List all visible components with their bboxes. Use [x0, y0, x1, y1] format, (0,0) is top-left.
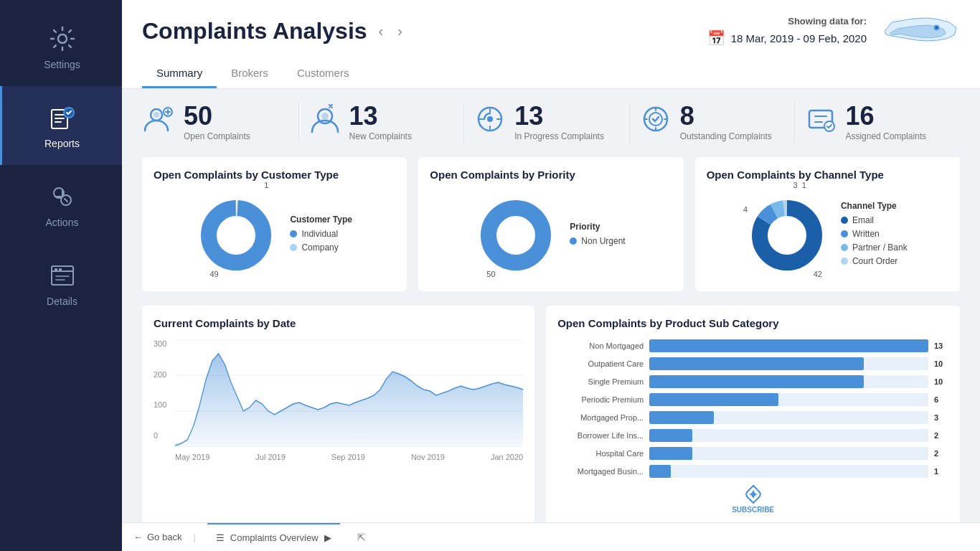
stat-outstanding-label: Outstanding Complaints — [680, 131, 772, 141]
outstanding-icon — [639, 102, 673, 143]
expand-icon[interactable]: ⇱ — [357, 532, 366, 543]
tab-customers[interactable]: Customers — [283, 60, 364, 88]
bar-row: Single Premium 10 — [557, 375, 948, 388]
bar-label: Outpatient Care — [557, 359, 644, 368]
charts-top-row: Open Complaints by Customer Type 1 49 — [142, 157, 960, 291]
subscribe-label: SUBSCRIBE — [732, 506, 774, 514]
next-button[interactable]: › — [395, 20, 405, 42]
chart-customer-type-title: Open Complaints by Customer Type — [154, 169, 395, 181]
donut-priority-container: 50 Priority Non Urgent — [430, 191, 672, 280]
subscribe-icon — [742, 483, 765, 506]
tab-summary[interactable]: Summary — [142, 60, 217, 88]
stat-assigned-number: 16 — [845, 103, 926, 129]
main-panel: Complaints Analysis ‹ › Showing data for… — [122, 0, 980, 551]
chart-channel-type-title: Open Complaints by Channel Type — [707, 169, 948, 181]
bar-fill — [649, 375, 864, 388]
bar-value: 2 — [934, 431, 948, 440]
subscribe-badge[interactable]: SUBSCRIBE — [557, 483, 948, 514]
chart-by-date: Current Complaints by Date 300 200 100 0 — [142, 306, 534, 522]
stat-assigned: 16 Assigned Complaints — [795, 102, 960, 143]
x-label-may: May 2019 — [175, 453, 209, 461]
chart-priority-title: Open Complaints by Priority — [430, 169, 672, 181]
svg-rect-6 — [55, 268, 57, 271]
chart-channel-type: Open Complaints by Channel Type 3 1 4 — [695, 157, 960, 291]
area-chart-container: 300 200 100 0 — [154, 339, 523, 461]
legend-label-court: Court Order — [852, 256, 897, 266]
svg-point-14 — [321, 113, 329, 120]
legend-dot-court — [841, 258, 848, 265]
annotation-1: 1 — [264, 181, 268, 189]
bar-row: Borrower Life Ins... 2 — [557, 429, 948, 442]
legend-dot-partner — [841, 244, 848, 251]
sidebar-settings-label: Settings — [44, 59, 80, 70]
legend-dot-individual — [290, 230, 297, 237]
prev-button[interactable]: ‹ — [376, 20, 387, 42]
stat-open-text: 50 Open Complaints — [184, 103, 250, 141]
bar-label: Non Mortgaged — [557, 342, 644, 350]
tab-brokers[interactable]: Brokers — [217, 60, 283, 88]
bar-track — [649, 465, 928, 478]
donut-priority-wrap: 50 — [476, 191, 555, 280]
sidebar-item-settings[interactable]: Settings — [0, 7, 122, 86]
x-label-sep: Sep 2019 — [331, 453, 365, 461]
us-map-icon — [881, 11, 960, 51]
stat-open: 50 Open Complaints — [142, 102, 299, 143]
legend-individual: Individual — [290, 229, 352, 239]
tabs: Summary Brokers Customers — [142, 60, 960, 88]
annotation-49: 49 — [209, 270, 218, 278]
legend-priority-title: Priority — [570, 222, 625, 232]
svg-point-0 — [58, 34, 67, 43]
open-complaints-icon — [142, 102, 176, 143]
sidebar-actions-label: Actions — [46, 217, 79, 228]
date-info: Showing data for: 📅 18 Mar, 2019 - 09 Fe… — [707, 16, 867, 47]
bar-fill — [649, 357, 864, 370]
bar-fill — [649, 447, 692, 460]
showing-label: Showing data for: — [707, 16, 867, 27]
legend-nonurgent: Non Urgent — [570, 236, 625, 246]
header-right: Showing data for: 📅 18 Mar, 2019 - 09 Fe… — [707, 11, 960, 51]
stat-inprogress-label: In Progress Complaints — [514, 131, 604, 141]
go-back-button[interactable]: ← Go back — [133, 532, 182, 542]
x-label-jul: Jul 2019 — [255, 453, 286, 461]
svg-point-30 — [770, 218, 804, 253]
bar-row: Hospital Care 2 — [557, 447, 948, 460]
donut-customer-type-svg — [197, 191, 275, 277]
bar-value: 3 — [934, 413, 948, 422]
stats-row: 50 Open Complaints 13 New Complaints — [142, 102, 960, 143]
legend-label-individual: Individual — [301, 229, 338, 239]
page-title: Complaints Analysis — [142, 18, 367, 44]
stat-open-number: 50 — [184, 103, 250, 129]
bar-label: Mortgaged Prop... — [557, 413, 644, 422]
legend-dot-written — [841, 230, 848, 237]
bar-value: 1 — [934, 467, 948, 476]
bar-label: Periodic Premium — [557, 395, 644, 404]
content-area: 50 Open Complaints 13 New Complaints — [122, 89, 980, 522]
sidebar-item-details[interactable]: Details — [0, 244, 122, 323]
stat-new-number: 13 — [349, 103, 412, 129]
legend-priority: Priority Non Urgent — [570, 222, 625, 250]
svg-point-23 — [219, 218, 253, 253]
svg-point-16 — [487, 116, 493, 122]
legend-channel: Channel Type Email Written Partner / Ban… — [841, 201, 908, 270]
donut-priority-svg — [476, 191, 555, 277]
header: Complaints Analysis ‹ › Showing data for… — [122, 0, 980, 89]
chart-product-sub: Open Complaints by Product Sub Category … — [546, 306, 960, 522]
y-label-300: 300 — [154, 339, 166, 348]
bar-track — [649, 411, 928, 424]
reports-icon — [47, 102, 78, 133]
annotation-3: 3 1 — [793, 181, 806, 189]
legend-label-email: Email — [852, 215, 874, 225]
header-top: Complaints Analysis ‹ › Showing data for… — [142, 11, 960, 51]
bar-label: Borrower Life Ins... — [557, 431, 644, 440]
stat-inprogress-text: 13 In Progress Complaints — [514, 103, 604, 141]
menu-lines-icon: ☰ — [216, 532, 225, 543]
sidebar-item-reports[interactable]: Reports — [0, 86, 122, 165]
sidebar-item-actions[interactable]: Actions — [0, 165, 122, 244]
x-axis-labels: May 2019 Jul 2019 Sep 2019 Nov 2019 Jan … — [175, 453, 523, 461]
tab-indicator[interactable]: ☰ Complaints Overview ▶ — [207, 523, 340, 551]
chart-product-sub-title: Open Complaints by Product Sub Category — [557, 317, 948, 329]
stat-assigned-label: Assigned Complaints — [845, 131, 926, 141]
legend-channel-title: Channel Type — [841, 201, 908, 211]
stat-outstanding: 8 Outstanding Complaints — [630, 102, 796, 143]
x-label-jan: Jan 2020 — [491, 453, 523, 461]
